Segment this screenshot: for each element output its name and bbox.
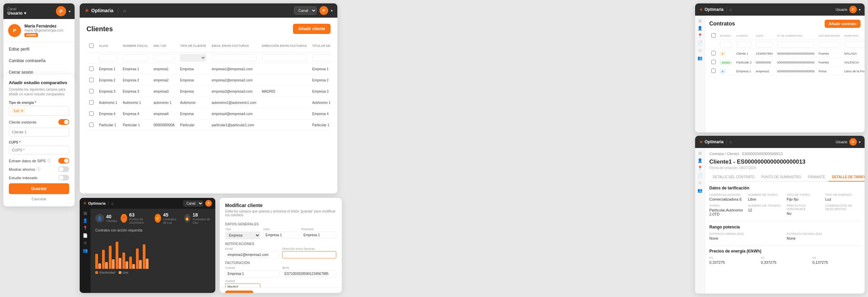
detail-sun-icon: ☀ [699, 140, 703, 145]
detail-home-icon[interactable]: ⌂ [729, 140, 732, 144]
cuenta-input[interactable] [225, 270, 279, 277]
dash-gear-icon[interactable]: ⚙ [83, 241, 87, 245]
cont-users-icon[interactable]: 👤 [697, 26, 703, 31]
mod-save-button[interactable]: Guardar [225, 291, 253, 293]
guardar-button[interactable]: Guardar [9, 183, 69, 194]
dash-main: 👤 40 Clientes 📍 63 Puntos de Suministro … [91, 209, 215, 278]
dash-right: Canal P [183, 200, 212, 207]
dash-person-icon[interactable]: 👥 [83, 248, 88, 253]
detail-person-icon[interactable]: 👥 [697, 188, 703, 193]
row-checkbox[interactable] [89, 123, 94, 127]
detail-tab[interactable]: PUNTO DE SUMINISTRO [758, 173, 805, 182]
section-divider [709, 221, 861, 221]
filter-email[interactable] [212, 54, 256, 61]
cups-input[interactable] [9, 146, 69, 154]
indexado-toggle[interactable] [58, 175, 69, 181]
tarifa-value: Particular,Autónomo [709, 208, 745, 212]
topbar-avatar[interactable]: P [319, 6, 328, 15]
dash-doc-icon[interactable]: 📄 [83, 233, 88, 238]
tipo-select[interactable]: Empresa [225, 231, 260, 239]
topbar-avatar[interactable]: P [56, 6, 66, 16]
cont-select-all[interactable] [711, 33, 716, 38]
channel-select[interactable]: Usuario ▾ [7, 11, 26, 16]
ciudad-input[interactable] [225, 283, 260, 287]
dash-chart-icon[interactable]: ▦ [83, 211, 87, 216]
cont-row-checkbox[interactable] [711, 60, 716, 64]
filter-titular[interactable] [312, 54, 331, 61]
modify-client-panel: Modificar cliente Edita los campos que q… [220, 198, 342, 293]
detail-users-icon[interactable]: 👤 [697, 158, 703, 163]
row-checkbox[interactable] [89, 89, 94, 93]
email-input[interactable] [225, 251, 279, 258]
contratos-content: Contratos Añadir contrato ESTADO CLIENTE… [705, 16, 865, 132]
detail-sidebar: ▦ 👤 📍 📄 ⚙ 👥 [695, 148, 705, 294]
chevron-icon: ▾ [331, 9, 333, 13]
detail-gear-icon[interactable]: ⚙ [698, 181, 702, 185]
divider [3, 42, 75, 42]
sips-toggle[interactable] [58, 158, 69, 164]
cont-row-checkbox[interactable] [711, 51, 716, 55]
filter-tipo[interactable] [180, 54, 206, 62]
filter-nombre[interactable] [123, 54, 148, 61]
filter-alias[interactable] [99, 54, 117, 61]
menu-item-edit-profile[interactable]: Editar perfil [3, 43, 75, 55]
filter-dist[interactable] [818, 41, 840, 48]
add-contrato-button[interactable]: Añadir contrato [825, 20, 861, 28]
dash-stat-item: 📍 63 Puntos de Suministro [121, 212, 151, 224]
filter-dni[interactable] [154, 54, 175, 61]
dash-canal-select[interactable]: Canal [183, 200, 203, 207]
dash-avatar[interactable]: P [205, 200, 212, 207]
dash-home-icon[interactable]: ⌂ [111, 201, 114, 205]
row-checkbox[interactable] [89, 100, 94, 105]
canal-select[interactable]: Canal [294, 6, 317, 15]
cont-doc-icon[interactable]: 📄 [697, 41, 703, 45]
filter-dir[interactable] [262, 54, 307, 61]
add-client-button[interactable]: Añadir cliente [293, 24, 331, 34]
cont-chart-icon[interactable]: ▦ [698, 18, 702, 23]
row-checkbox[interactable] [89, 67, 94, 71]
cont-dist: Fuertes [816, 49, 842, 58]
cont-pin-icon[interactable]: 📍 [697, 33, 703, 38]
select-all-checkbox[interactable] [89, 43, 94, 48]
detail-pin-icon[interactable]: 📍 [697, 166, 703, 170]
cont-person-icon[interactable]: 👥 [697, 56, 703, 60]
dash-users-icon[interactable]: 👤 [83, 218, 88, 223]
contratos-avatar[interactable]: P [849, 6, 857, 13]
iban-input[interactable] [282, 270, 336, 277]
empresa-input[interactable] [301, 231, 336, 239]
bar-electric [102, 250, 105, 269]
breadcrumb-parent[interactable]: Contratos [709, 152, 724, 156]
close-icon[interactable]: ✕ [21, 109, 23, 113]
alias-input[interactable] [263, 231, 298, 239]
dash-pin-icon[interactable]: 📍 [83, 226, 88, 230]
filter-cliente[interactable] [736, 41, 752, 48]
client-input[interactable] [9, 128, 69, 136]
cliente-toggle[interactable] [58, 119, 69, 125]
menu-item-change-password[interactable]: Cambiar contraseña [3, 55, 75, 67]
detail-avatar[interactable]: P [849, 138, 857, 146]
cell-dni: empresa4 [151, 108, 177, 119]
filter-mun[interactable] [844, 41, 865, 48]
filter-cups[interactable] [756, 41, 773, 48]
cell-titular: Autónomo 1 [310, 97, 331, 108]
dir-fact-input[interactable] [282, 251, 336, 258]
cont-suministro: 0000000000000000000000 [775, 49, 816, 58]
filter-estado[interactable] [720, 41, 732, 48]
cont-row-checkbox[interactable] [711, 69, 716, 73]
detail-doc-icon[interactable]: 📄 [697, 173, 703, 178]
detail-chart-icon[interactable]: ▦ [698, 151, 702, 155]
indexado-toggle-row: Estudio indexado [9, 175, 69, 181]
bar-electric [95, 254, 98, 269]
row-checkbox[interactable] [89, 78, 94, 82]
detail-tab[interactable]: FIRMANTE [805, 173, 829, 182]
energy-input[interactable]: Luz ✕ [9, 106, 69, 116]
detail-tab[interactable]: DETALLE DE TARIFA [829, 173, 865, 182]
home-icon[interactable]: ⌂ [123, 8, 126, 13]
contratos-home-icon[interactable]: ⌂ [729, 7, 732, 12]
row-checkbox[interactable] [89, 111, 94, 116]
filter-suministro[interactable] [777, 41, 814, 48]
cancelar-link[interactable]: Cancelar [9, 197, 69, 201]
cont-gear-icon[interactable]: ⚙ [698, 48, 702, 53]
ahorros-toggle[interactable] [58, 166, 69, 172]
detail-tab[interactable]: DETALLE DEL CONTRATO [709, 173, 758, 182]
